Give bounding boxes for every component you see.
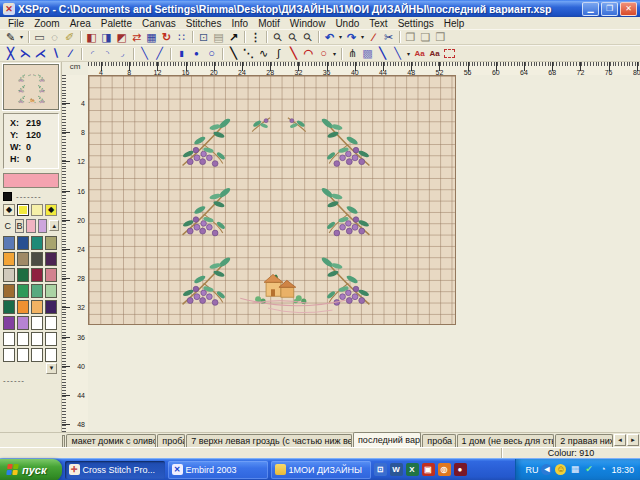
color-mode-2[interactable]: [26, 219, 36, 233]
delete-stitches-button[interactable]: ✂: [381, 30, 396, 44]
fabric-style-0[interactable]: ◆: [3, 204, 15, 216]
select-lasso-button[interactable]: ◌: [47, 30, 62, 44]
half-stitch-back-button[interactable]: ∖: [48, 47, 63, 61]
color-mode-3[interactable]: [38, 219, 48, 233]
text-tool-red-button[interactable]: Aa: [412, 47, 427, 61]
curve-dropdown-button[interactable]: ▾: [331, 47, 338, 61]
app-maroon-icon[interactable]: ●: [454, 463, 467, 476]
palette-swatch-31[interactable]: [45, 348, 57, 362]
word-icon[interactable]: W: [390, 463, 403, 476]
palette-swatch-10[interactable]: [31, 268, 43, 282]
tab-scroll-right-icon[interactable]: ►: [627, 434, 639, 446]
menu-zoom[interactable]: Zoom: [29, 18, 65, 29]
minimize-button[interactable]: ▁: [582, 2, 599, 16]
palette-swatch-24[interactable]: [3, 332, 15, 346]
tab-scroll-left-icon[interactable]: ◄: [614, 434, 626, 446]
messenger-tray-icon[interactable]: ☺: [555, 464, 566, 475]
full-cross-stitch-button[interactable]: ╳: [3, 47, 18, 61]
paste-chart-button[interactable]: ❒: [433, 30, 448, 44]
palette-swatch-6[interactable]: [31, 252, 43, 266]
menu-undo[interactable]: Undo: [330, 18, 364, 29]
palette-swatch-26[interactable]: [31, 332, 43, 346]
menu-help[interactable]: Help: [439, 18, 470, 29]
palette-swatch-30[interactable]: [31, 348, 43, 362]
palette-swatch-29[interactable]: [17, 348, 29, 362]
restore-button[interactable]: ❐: [601, 2, 618, 16]
quarter-stitch-2-button[interactable]: ◝: [100, 47, 115, 61]
palette-swatch-15[interactable]: [45, 284, 57, 298]
select-freehand-button[interactable]: ✐: [62, 30, 77, 44]
palette-swatch-5[interactable]: [17, 252, 29, 266]
pencil-tool-button[interactable]: ✎: [3, 30, 18, 44]
back-arrow-tray-icon[interactable]: ◄: [541, 464, 552, 475]
knot-tool-button[interactable]: ⋔: [345, 47, 360, 61]
picture-import-button[interactable]: ▩: [360, 47, 375, 61]
design-preview[interactable]: [3, 64, 59, 110]
tab-0[interactable]: макет домик с оливочками: [66, 434, 156, 447]
longstitch-red-button[interactable]: ╲: [286, 47, 301, 61]
close-button[interactable]: ✕: [620, 2, 637, 16]
quarter-stitch-3-button[interactable]: ◞: [115, 47, 130, 61]
palette-swatch-16[interactable]: [3, 300, 15, 314]
thread-guide-button[interactable]: ⋮: [248, 30, 263, 44]
palette-swatch-4[interactable]: [3, 252, 15, 266]
backstitch-curve-button[interactable]: ∿: [256, 47, 271, 61]
redo-dropdown-button[interactable]: ▾: [359, 30, 366, 44]
start-button[interactable]: пуск: [0, 459, 62, 480]
task-button-2[interactable]: 1МОИ ДИЗАЙНЫ: [271, 461, 371, 479]
vertical-stitch-button[interactable]: ▮: [174, 47, 189, 61]
special-dropdown-button[interactable]: ▾: [405, 47, 412, 61]
pointer-tool-button[interactable]: ↗: [226, 30, 241, 44]
french-knot-button[interactable]: ●: [189, 47, 204, 61]
palette-swatch-21[interactable]: [17, 316, 29, 330]
resize-motif-button[interactable]: ⇄: [129, 30, 144, 44]
palette-swatch-28[interactable]: [3, 348, 15, 362]
backstitch-free-button[interactable]: ∫: [271, 47, 286, 61]
black-color-swatch[interactable]: [3, 192, 12, 201]
palette-swatch-7[interactable]: [45, 252, 57, 266]
menu-file[interactable]: File: [3, 18, 29, 29]
palette-swatch-14[interactable]: [31, 284, 43, 298]
palette-swatch-23[interactable]: [45, 316, 57, 330]
rotate-motif-button[interactable]: ↻: [159, 30, 174, 44]
transform-motif-button[interactable]: ▦: [144, 30, 159, 44]
palette-swatch-19[interactable]: [45, 300, 57, 314]
show-desktop-icon[interactable]: ⊡: [374, 463, 387, 476]
palette-swatch-0[interactable]: [3, 236, 15, 250]
special-stitch-bold-button[interactable]: ╲: [375, 47, 390, 61]
app-red-icon[interactable]: ▣: [422, 463, 435, 476]
three-quarter-stitch-1-button[interactable]: ⋋: [18, 47, 33, 61]
stitch-canvas[interactable]: [88, 75, 456, 325]
circle-outline-button[interactable]: ○: [316, 47, 331, 61]
tab-3[interactable]: последний вариант: [353, 432, 421, 447]
palette-swatch-1[interactable]: [17, 236, 29, 250]
palette-swatch-20[interactable]: [3, 316, 15, 330]
copy-chart-button[interactable]: ❐: [403, 30, 418, 44]
backstitch-line-button[interactable]: ╲: [226, 47, 241, 61]
flip-horizontal-button[interactable]: ◧: [84, 30, 99, 44]
palette-swatch-13[interactable]: [17, 284, 29, 298]
pencil-dropdown-button[interactable]: ▾: [18, 30, 25, 44]
menu-area[interactable]: Area: [65, 18, 96, 29]
palette-swatch-25[interactable]: [17, 332, 29, 346]
palette-swatch-8[interactable]: [3, 268, 15, 282]
menu-canvas[interactable]: Canvas: [137, 18, 181, 29]
menu-stitches[interactable]: Stitches: [181, 18, 227, 29]
task-button-1[interactable]: ✕Embird 2003: [168, 461, 268, 479]
color-mode-1[interactable]: B: [15, 219, 25, 233]
special-stitch-thin-button[interactable]: ╲: [390, 47, 405, 61]
print-preview-button[interactable]: ▤: [211, 30, 226, 44]
language-indicator[interactable]: RU: [525, 465, 538, 475]
undo-button[interactable]: ↶: [322, 30, 337, 44]
palette-swatch-27[interactable]: [45, 332, 57, 346]
crop-motif-button[interactable]: ◩: [114, 30, 129, 44]
scatter-motif-button[interactable]: ∷: [174, 30, 189, 44]
redo-button[interactable]: ↷: [344, 30, 359, 44]
tab-6[interactable]: 2 правая ниж гр: [555, 434, 613, 447]
tab-2[interactable]: 7 верхн левая гроздь (с частью ниж ветки…: [186, 434, 352, 447]
curve-red-button[interactable]: ◠: [301, 47, 316, 61]
palette-scroll-up-icon[interactable]: ▲: [49, 220, 59, 231]
half-stitch-forward-button[interactable]: ∕: [63, 47, 78, 61]
antivirus-tray-icon[interactable]: ✔: [583, 464, 594, 475]
fabric-style-1[interactable]: [17, 204, 29, 216]
